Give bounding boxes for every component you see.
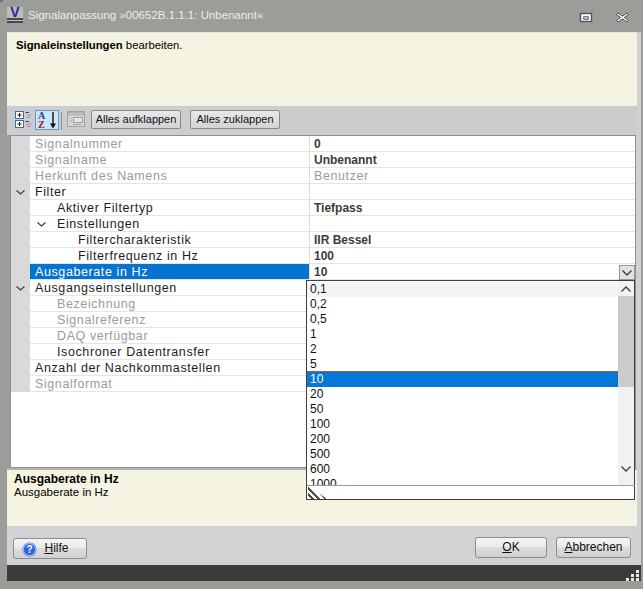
svg-text:?: ? bbox=[26, 544, 32, 555]
